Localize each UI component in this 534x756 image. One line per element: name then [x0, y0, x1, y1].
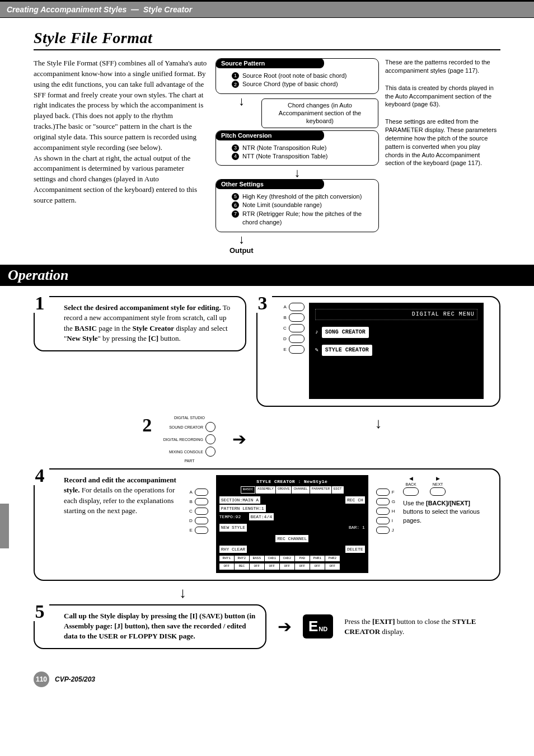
screen2-tabs: BASIC ASSEMBLY GROOVE CHANNEL PARAMETER … [219, 486, 365, 493]
trk-chd2[interactable]: CHD2 [280, 556, 294, 561]
breadcrumb: Creating Accompaniment Styles — Style Cr… [0, 0, 534, 18]
back-next-area: ◀ BACK ▶ NEXT Use the [BACK]/[NEXT] butt… [403, 475, 490, 525]
part-label: PART [184, 459, 194, 463]
bn-tip-a: Use the [403, 500, 426, 506]
sound-creator-label: SOUND CREATOR [169, 425, 203, 429]
s2-hw-button-f[interactable] [376, 489, 390, 496]
chord-change-note: Chord changes (in Auto Accompaniment sec… [261, 98, 378, 128]
trk-rhy2[interactable]: RHY2 [235, 556, 249, 561]
step-5-text: Call up the Style display by pressing th… [64, 612, 255, 640]
screen2-recchannel: REC CHANNEL [275, 535, 308, 542]
end-tip-b: button to close the [395, 617, 452, 626]
screen2-delete[interactable]: DELETE [345, 546, 365, 553]
s2-hw-button-i[interactable] [376, 517, 390, 524]
state-1: REC [235, 564, 249, 569]
step-3-number: 3 [253, 294, 272, 313]
step-4-rest: For details on the operations for each d… [64, 486, 175, 514]
digital-recording-button[interactable] [205, 434, 216, 444]
tab-assembly[interactable]: ASSEMBLY [256, 486, 275, 493]
section-side-tab [0, 504, 9, 548]
step-1-text-e: button. [158, 334, 181, 342]
os-item-1: High Key (threshold of the pitch convers… [242, 192, 362, 201]
pitch-conversion-header: Pitch Conversion [216, 130, 324, 140]
tab-edit[interactable]: EDIT [332, 486, 343, 493]
s2-btn-g-label: G [392, 499, 395, 505]
trk-rhy1[interactable]: RHY1 [219, 556, 234, 561]
other-settings-box: Other Settings 5High Key (threshold of t… [216, 179, 379, 232]
screen1-title: DIGITAL REC MENU [315, 309, 477, 320]
s2-btn-e-label: E [189, 527, 192, 533]
mixing-console-button[interactable] [205, 447, 216, 457]
state-3: OFF [265, 564, 279, 569]
btn-e-label: E [283, 346, 286, 353]
step-1-bold: Select the desired accompaniment style f… [64, 303, 221, 312]
state-0: OFF [219, 564, 234, 569]
step-5-box: 5 Call up the Style display by pressing … [34, 604, 266, 650]
btn-a-label: A [283, 304, 286, 310]
tab-parameter[interactable]: PARAMETER [310, 486, 331, 493]
sound-creator-button[interactable] [205, 422, 216, 432]
tab-channel[interactable]: CHANNEL [292, 486, 309, 493]
step-5-number: 5 [30, 602, 49, 621]
trk-pad[interactable]: PAD [295, 556, 310, 561]
os-item-3: RTR (Retrigger Rule; how the pitches of … [242, 210, 374, 227]
s2-hw-button-d[interactable] [195, 517, 208, 524]
digital-recording-label: DIGITAL RECORDING [163, 438, 203, 442]
breadcrumb-right: Style Creator [143, 5, 192, 14]
s2-hw-button-h[interactable] [376, 508, 390, 515]
s2-hw-button-c[interactable] [195, 508, 208, 515]
s2-hw-button-j[interactable] [376, 527, 390, 534]
s2-hw-button-b[interactable] [195, 498, 208, 505]
screen2-newstyle[interactable]: NEW STYLE [219, 524, 247, 531]
state-5: OFF [295, 564, 310, 569]
s2-hw-button-g[interactable] [376, 498, 390, 505]
menu-song-creator[interactable]: SONG CREATOR [322, 327, 369, 338]
trk-bass[interactable]: BASS [250, 556, 264, 561]
btn-d-label: D [283, 336, 287, 342]
trk-chd1[interactable]: CHD1 [265, 556, 279, 561]
state-6: OFF [310, 564, 325, 569]
hw-button-b[interactable] [289, 313, 305, 322]
s2-hw-button-a[interactable] [195, 489, 208, 496]
hw-button-d[interactable] [289, 335, 305, 343]
s2-btn-i-label: I [392, 518, 393, 524]
down-arrow-icon: ↓ [238, 234, 245, 245]
step-1-number: 1 [30, 294, 49, 313]
s2-btn-d-label: D [189, 518, 193, 524]
screen2-recch[interactable]: REC CH [345, 496, 365, 504]
trk-phr1[interactable]: PHR1 [310, 556, 325, 561]
operation-banner: Operation [0, 265, 534, 286]
s2-btn-j-label: J [392, 527, 394, 533]
style-creator-screen: STYLE CREATOR : NewStyle BASIC ASSEMBLY … [216, 475, 368, 572]
side-note-2: This data is created by chords played in… [385, 84, 500, 109]
next-button[interactable] [430, 487, 446, 496]
screen2-beat: BEAT:4/4 [249, 513, 274, 520]
step-1-newstyle: New Style [67, 334, 97, 342]
menu-style-creator[interactable]: STYLE CREATOR [322, 345, 372, 356]
screen2-pattern: PATTERN LENGTH:1 [219, 505, 266, 512]
screen2-right-buttons: F G H I J [376, 489, 395, 534]
screen2-bar: BAR: 1 [349, 524, 365, 530]
num-3-icon: 3 [232, 144, 239, 152]
back-next-tip: Use the [BACK]/[NEXT] buttons to select … [403, 499, 490, 525]
pitch-conversion-box: Pitch Conversion 3NTR (Note Transpositio… [216, 130, 379, 166]
trk-phr2[interactable]: PHR2 [325, 556, 340, 561]
screen2-track-row: RHY1 RHY2 BASS CHD1 CHD2 PAD PHR1 PHR2 [219, 556, 365, 561]
step-4-number: 4 [30, 466, 49, 485]
screen2-rhyclear[interactable]: RHY CLEAR [219, 546, 247, 553]
tab-groove[interactable]: GROOVE [276, 486, 292, 493]
digital-studio-panel: DIGITAL STUDIO SOUND CREATOR DIGITAL REC… [163, 416, 216, 463]
hw-button-c[interactable] [289, 324, 305, 332]
step-1-c-button: [C] [148, 334, 158, 342]
num-6-icon: 6 [232, 201, 239, 209]
hw-button-e[interactable] [289, 345, 305, 354]
step-5-body: Call up the Style display by pressing th… [64, 611, 256, 642]
digital-rec-menu-screen: DIGITAL REC MENU ♪ SONG CREATOR ✎ STYLE … [309, 303, 484, 399]
step-2-number: 2 [138, 416, 157, 435]
s2-hw-button-e[interactable] [195, 527, 208, 534]
output-label: Output [229, 246, 254, 255]
hw-button-a[interactable] [289, 303, 305, 311]
back-button[interactable] [403, 487, 419, 496]
tab-basic[interactable]: BASIC [241, 486, 255, 493]
step-4-box: 4 Record and edit the accompaniment styl… [34, 468, 500, 580]
